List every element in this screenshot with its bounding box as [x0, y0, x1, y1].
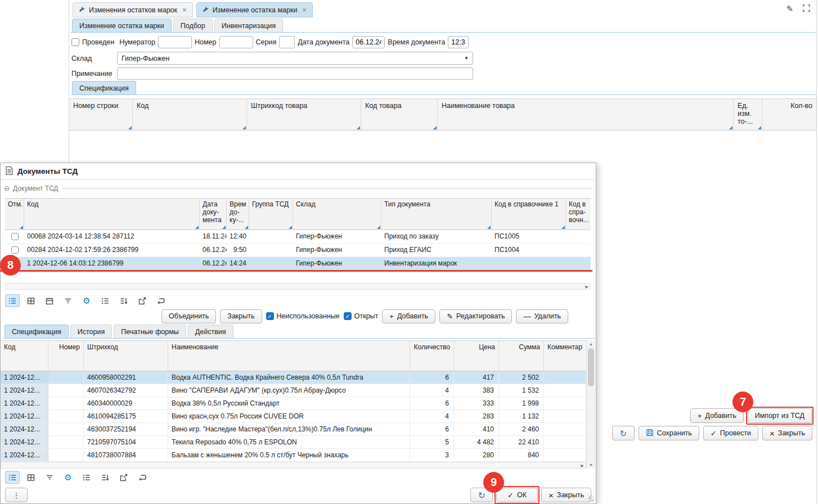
numerator-input[interactable] [158, 36, 192, 48]
table-row[interactable]: 1 2024-12... 7210597075104 Текила Reposa… [1, 436, 586, 449]
table-row-selected[interactable]: 1 2024-12-06 14:03:12 2386799 06.12.24 1… [5, 257, 591, 271]
open-filter[interactable]: ✓ Открыт [344, 312, 379, 320]
gear-icon[interactable]: ⚙ [61, 471, 75, 484]
scroll-right-icon[interactable]: ▶ [581, 464, 584, 467]
column-header-mark[interactable]: Отм. [5, 199, 24, 230]
table-row[interactable]: 1 2024-12... 460340000029 Водка 38% 0,5л… [1, 397, 586, 410]
grid-view-icon[interactable] [24, 471, 38, 484]
column-header-item-code[interactable]: Код товара [361, 99, 438, 130]
tab-actions[interactable]: Действия [188, 325, 233, 338]
sort-list-icon[interactable] [98, 471, 113, 484]
doc-date-input[interactable] [352, 36, 385, 48]
close-documents-button[interactable]: Закрыть [220, 309, 262, 323]
gear-icon[interactable]: ⚙ [79, 294, 94, 307]
close-dialog-button[interactable]: × Закрыть [541, 488, 591, 502]
tab-specification[interactable]: Спецификация [5, 325, 69, 338]
column-header-name[interactable]: Наименование [168, 341, 410, 371]
column-header-time[interactable]: Врем до-ку-... [227, 199, 249, 230]
refresh-button[interactable]: ↻ [612, 426, 635, 440]
edit-pencil-icon[interactable]: ✎ [786, 4, 793, 14]
tab-close-icon[interactable]: × [302, 6, 307, 14]
add-row-button[interactable]: + Добавить [690, 408, 744, 423]
posted-checkbox[interactable] [71, 38, 79, 46]
column-header-unit[interactable]: Ед. изм. то-... [734, 99, 762, 130]
tab-podbor[interactable]: Подбор [173, 19, 213, 32]
tab-close-icon[interactable]: × [182, 6, 187, 14]
column-header-barcode[interactable]: Штрихкод [84, 341, 168, 371]
column-header-code[interactable]: Код [1, 341, 48, 371]
external-link-icon[interactable] [135, 294, 150, 307]
tab-inventory[interactable]: Инвентаризация [214, 19, 283, 32]
vertical-scrollbar[interactable]: ▲ ▼ [586, 340, 595, 469]
column-header-number[interactable]: Номер [48, 341, 84, 371]
table-row[interactable]: 1 2024-12... 4630037252194 Вино игр. "На… [1, 423, 586, 436]
table-row[interactable]: 00068 2024-03-14 12:38:54 287112 18.11.2… [5, 230, 591, 244]
numbered-list-icon[interactable] [79, 471, 94, 484]
repeat-icon[interactable] [135, 471, 150, 484]
ok-button[interactable]: ✓ ОК [496, 488, 538, 502]
column-header-barcode[interactable]: Штрихкод товара [247, 99, 361, 130]
table-row-selected[interactable]: 1 2024-12... 4600958002291 Водка AUTHENT… [1, 371, 586, 384]
filter-icon[interactable] [42, 471, 57, 484]
filter-icon[interactable] [61, 294, 75, 307]
column-header-code[interactable]: Код [24, 199, 200, 230]
open-checkbox[interactable]: ✓ [344, 312, 352, 320]
column-header-quantity[interactable]: Количество [410, 341, 454, 371]
resize-grip[interactable] [588, 496, 594, 502]
column-header-ref2[interactable]: Код в спра-вочн... [566, 199, 591, 230]
row-checkbox[interactable] [11, 233, 19, 240]
column-header-price[interactable]: Цена [454, 341, 499, 371]
scroll-down-icon[interactable]: ▼ [589, 463, 593, 467]
note-input[interactable] [117, 68, 473, 80]
fullscreen-icon[interactable] [802, 4, 811, 14]
list-view-icon[interactable] [5, 294, 20, 307]
column-header-sum[interactable]: Сумма [499, 341, 544, 371]
tab-history[interactable]: История [70, 325, 112, 338]
delete-document-button[interactable]: — Удалить [516, 309, 568, 323]
window-tab-mark-changes-list[interactable]: Изменения остатков марок × [73, 2, 193, 17]
import-from-tsd-button[interactable]: Импорт из ТСД [748, 408, 812, 423]
column-header-warehouse[interactable]: Склад [293, 199, 381, 230]
doc-time-input[interactable] [448, 36, 469, 48]
number-input[interactable] [219, 36, 253, 48]
series-input[interactable] [279, 36, 295, 48]
table-row[interactable]: 1 2024-12... 4610094285175 Вино красн,су… [1, 410, 586, 423]
unused-checkbox[interactable]: ✓ [266, 312, 274, 320]
column-header-line-number[interactable]: Номер строки [69, 99, 133, 130]
column-header-code[interactable]: Код [133, 99, 247, 130]
column-header-qty[interactable]: Кол-во [762, 99, 816, 130]
sort-list-icon[interactable] [116, 294, 131, 307]
add-document-button[interactable]: + Добавить [382, 309, 435, 323]
row-checkbox[interactable] [11, 246, 19, 254]
table-row[interactable]: 00284 2024-12-02 17:59:26 2386799 06.12.… [5, 244, 591, 257]
save-button[interactable]: Сохранить [639, 426, 699, 440]
grid-view-icon[interactable] [24, 294, 38, 307]
tab-print-forms[interactable]: Печатные формы [114, 325, 186, 338]
external-link-icon[interactable] [116, 471, 131, 484]
tab-specification[interactable]: Спецификация [72, 81, 136, 94]
table-row[interactable]: 1 2024-12... 4607026342792 Вино "САПЕРАВ… [1, 384, 586, 397]
close-button[interactable]: × Закрыть [762, 426, 812, 440]
merge-button[interactable]: Объединить [161, 309, 216, 323]
more-actions-button[interactable]: ⋮ [5, 488, 28, 502]
edit-document-button[interactable]: ✎ Редактировать [439, 309, 512, 323]
column-header-ref1[interactable]: Код в справочнике 1 [492, 199, 566, 230]
column-header-doc-type[interactable]: Тип документа [381, 199, 492, 230]
column-header-date[interactable]: Дата доку-мента [200, 199, 227, 230]
unused-filter[interactable]: ✓ Неиспользованные [266, 312, 340, 320]
table-row[interactable]: 1 2024-12... 4810738007884 Бальзам с жен… [1, 449, 586, 462]
column-header-comment[interactable]: Комментар [544, 341, 586, 371]
list-view-icon[interactable] [5, 471, 20, 484]
repeat-icon[interactable] [154, 294, 168, 307]
numbered-list-icon[interactable] [98, 294, 113, 307]
scroll-up-icon[interactable]: ▲ [589, 342, 593, 346]
warehouse-select[interactable]: Гипер-Фьюжен ▼ [117, 52, 473, 65]
horizontal-scrollbar[interactable]: ▶ [1, 462, 586, 469]
calendar-icon[interactable] [42, 294, 57, 307]
scroll-right-icon[interactable]: ▶ [586, 285, 588, 289]
column-header-item-name[interactable]: Наименование товара [438, 99, 734, 130]
horizontal-scrollbar[interactable]: ▶ [5, 283, 591, 290]
window-tab-mark-change[interactable]: Изменение остатка марки × [196, 2, 313, 17]
scrollbar-thumb[interactable] [588, 348, 594, 386]
column-header-tsd-group[interactable]: Группа ТСД [249, 199, 293, 230]
